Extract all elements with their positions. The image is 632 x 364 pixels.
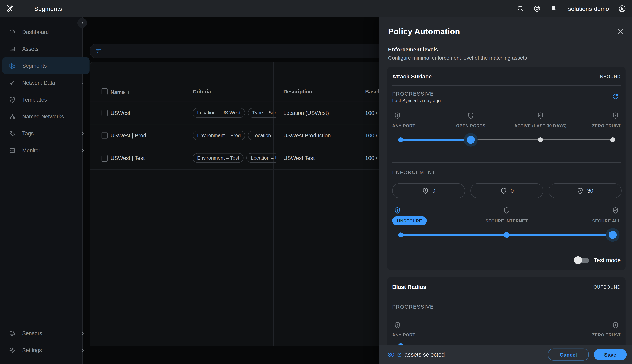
- sidebar-item-segments[interactable]: Segments: [3, 57, 90, 74]
- sidebar-collapse-button[interactable]: [78, 18, 87, 28]
- enforcement-levels-title: Enforcement levels: [388, 47, 438, 53]
- header-criteria[interactable]: Criteria: [193, 88, 276, 95]
- level-label-secure-internet[interactable]: SECURE INTERNET: [485, 218, 528, 223]
- sidebar-item-tags[interactable]: Tags: [3, 125, 90, 142]
- enforcement-count-secure-all[interactable]: 30: [548, 183, 621, 198]
- header-name-label: Name: [111, 89, 125, 95]
- help-lifebuoy-icon[interactable]: [533, 4, 541, 12]
- header-baseline[interactable]: Baseline /: [365, 88, 380, 95]
- refresh-icon[interactable]: [611, 93, 619, 101]
- enforcement-label: ENFORCEMENT: [392, 170, 435, 175]
- stop-label-any-port[interactable]: ANY PORT: [392, 123, 415, 128]
- sidebar-item-dashboard[interactable]: Dashboard: [3, 24, 90, 40]
- row-description: USWest Production: [276, 132, 365, 138]
- chevron-right-icon: [80, 348, 86, 353]
- stop-label-open-ports[interactable]: OPEN PORTS: [456, 123, 485, 128]
- row-baseline: 100 / 50: [365, 110, 380, 116]
- enforcement-count-unsecure[interactable]: 0: [392, 183, 465, 198]
- shield-alert-icon: [394, 112, 401, 119]
- segments-icon: [9, 62, 16, 69]
- count-value: 0: [432, 188, 435, 194]
- sidebar-item-network-data[interactable]: Network Data: [3, 74, 90, 91]
- level-label-secure-all[interactable]: SECURE ALL: [592, 218, 621, 223]
- sidebar-item-label: Sensors: [22, 330, 42, 336]
- account-avatar-icon[interactable]: [618, 4, 626, 13]
- card-divider: [392, 162, 621, 163]
- row-checkbox[interactable]: [102, 110, 108, 116]
- attack-surface-slider[interactable]: [401, 139, 613, 140]
- stop-label-zero-trust[interactable]: ZERO TRUST: [592, 332, 621, 337]
- criteria-chip: Type = Server: [248, 108, 276, 118]
- sidebar-item-sensors[interactable]: Sensors: [3, 325, 90, 342]
- progressive-label: PROGRESSIVE: [392, 304, 434, 310]
- table-row[interactable]: USWest | Test Environment = Test Locatio…: [90, 147, 380, 170]
- sidebar-item-label: Assets: [22, 46, 39, 52]
- enforcement-levels-subtitle: Configure minimal enforcement level of t…: [388, 55, 527, 61]
- slider-stop-dot[interactable]: [504, 232, 509, 238]
- panel-title: Policy Automation: [388, 27, 460, 36]
- attack-surface-title: Attack Surface: [392, 73, 432, 80]
- row-criteria: Environment = Prod Location = US West: [193, 130, 276, 140]
- criteria-chip: Environment = Test: [193, 153, 244, 163]
- stop-label-zero-trust[interactable]: ZERO TRUST: [592, 123, 621, 128]
- slider-stop-dot[interactable]: [398, 232, 403, 237]
- external-link-icon: [396, 352, 402, 357]
- sidebar-item-assets[interactable]: Assets: [3, 40, 90, 57]
- row-criteria: Location = US West Type = Server: [193, 108, 276, 118]
- templates-icon: [9, 96, 16, 103]
- search-icon[interactable]: [517, 4, 524, 12]
- header-name[interactable]: Name↑: [108, 88, 193, 95]
- sort-ascending-icon[interactable]: ↑: [127, 88, 130, 95]
- slider-stop-dot[interactable]: [538, 137, 543, 142]
- test-mode-control[interactable]: Test mode: [574, 256, 621, 264]
- monitor-icon: [9, 147, 16, 154]
- test-mode-toggle[interactable]: [574, 256, 590, 264]
- header-description[interactable]: Description: [276, 88, 365, 95]
- table-filter-bar: [90, 44, 385, 58]
- header-description-label: Description: [283, 88, 312, 95]
- row-name: USWest | Prod: [108, 132, 193, 138]
- sidebar-item-named-networks[interactable]: Named Networks: [3, 108, 90, 125]
- brand-logo-icon: [5, 4, 14, 13]
- topbar-actions: solutions-demo: [517, 4, 632, 13]
- notifications-bell-icon[interactable]: [550, 4, 557, 12]
- sidebar-item-label: Monitor: [22, 147, 40, 153]
- count-value: 0: [510, 188, 513, 194]
- row-checkbox[interactable]: [102, 132, 108, 139]
- level-chip-unsecure[interactable]: UNSECURE: [392, 216, 427, 225]
- cancel-button[interactable]: Cancel: [548, 348, 589, 361]
- stop-label-active-30-days[interactable]: ACTIVE (LAST 30 DAYS): [514, 123, 567, 128]
- table-row[interactable]: USWest | Prod Environment = Prod Locatio…: [90, 124, 380, 147]
- count-value: 30: [587, 188, 593, 194]
- row-checkbox[interactable]: [102, 154, 108, 162]
- row-select-cell: [90, 110, 108, 116]
- account-name[interactable]: solutions-demo: [568, 5, 609, 12]
- sidebar-item-settings[interactable]: Settings: [3, 342, 90, 358]
- sidebar-item-label: Dashboard: [22, 29, 49, 35]
- enforcement-level-slider-thumb[interactable]: [608, 231, 616, 239]
- assets-selected-link[interactable]: 30: [388, 352, 402, 358]
- slider-stop-dot[interactable]: [610, 137, 615, 142]
- close-icon[interactable]: [617, 28, 624, 35]
- sidebar-item-label: Named Networks: [22, 114, 64, 120]
- enforcement-count-secure-internet[interactable]: 0: [470, 183, 543, 198]
- save-button[interactable]: Save: [594, 349, 627, 360]
- table-row[interactable]: USWest Location = US West Type = Server …: [90, 102, 380, 124]
- enforcement-level-slider[interactable]: [401, 234, 613, 235]
- settings-gear-icon: [9, 347, 16, 354]
- attack-surface-slider-thumb[interactable]: [467, 136, 475, 144]
- header-select-cell: [90, 88, 108, 95]
- named-networks-icon: [9, 113, 16, 120]
- criteria-chip: Location = US West: [246, 153, 276, 163]
- sidebar-item-templates[interactable]: Templates: [3, 91, 90, 108]
- sidebar: Dashboard Assets Segments Network Data T…: [0, 17, 83, 364]
- stop-label-any-port[interactable]: ANY PORT: [392, 332, 415, 337]
- last-synced-label: Last Synced: a day ago: [392, 98, 441, 103]
- sidebar-item-monitor[interactable]: Monitor: [3, 142, 90, 159]
- shield-icon: [500, 187, 507, 194]
- slider-stop-dot[interactable]: [398, 137, 403, 142]
- filter-icon[interactable]: [95, 48, 101, 54]
- select-all-checkbox[interactable]: [102, 88, 108, 95]
- slider-stop-dot[interactable]: [398, 343, 403, 345]
- segments-table: Name↑ Criteria Description Baseline / US…: [90, 62, 380, 346]
